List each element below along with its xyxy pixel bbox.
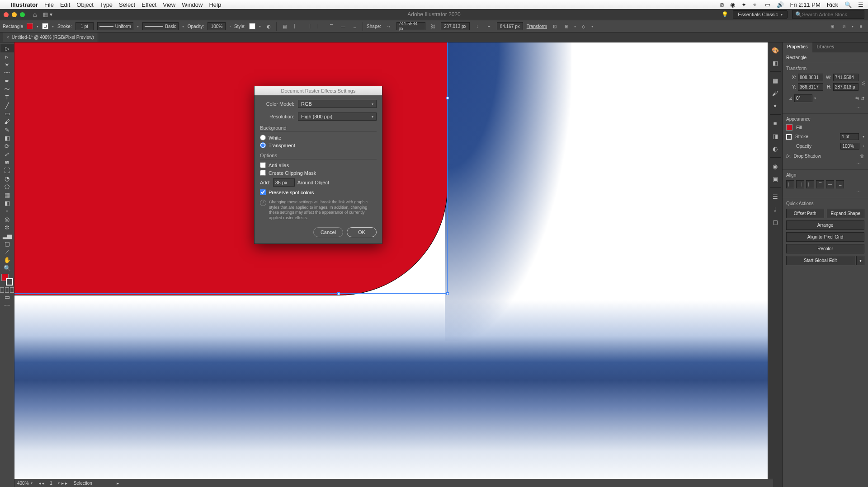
- zoom-tool[interactable]: 🔍: [0, 264, 14, 272]
- gradient-tool[interactable]: ◧: [0, 199, 14, 207]
- line-tool[interactable]: ╱: [0, 101, 14, 109]
- fill-swatch[interactable]: [27, 23, 33, 29]
- lasso-tool[interactable]: 〰: [0, 69, 14, 77]
- recolor-icon[interactable]: ◐: [264, 22, 273, 30]
- opacity-input[interactable]: 100%: [208, 22, 226, 30]
- align-bottom-icon[interactable]: ⎽: [351, 22, 359, 30]
- more-options-icon[interactable]: ⋯: [786, 104, 864, 111]
- volume-icon[interactable]: 🔊: [777, 1, 784, 8]
- fill-stroke-control[interactable]: [1, 274, 13, 286]
- symbols-icon[interactable]: ✦: [770, 101, 781, 111]
- ok-button[interactable]: OK: [347, 227, 377, 237]
- rectangle-tool[interactable]: ▭: [0, 109, 14, 117]
- graph-tool[interactable]: ▂▅: [0, 231, 14, 239]
- brushes-icon[interactable]: 🖌: [770, 88, 781, 98]
- appearance-icon[interactable]: ◉: [770, 161, 781, 171]
- transform-link[interactable]: Transform: [527, 24, 547, 29]
- corner-input[interactable]: 84.167 px: [497, 22, 523, 30]
- align-mid-icon[interactable]: —: [339, 22, 347, 30]
- menu-help[interactable]: Help: [209, 1, 221, 8]
- home-icon[interactable]: ⌂: [33, 11, 37, 18]
- align-vcenter-button[interactable]: —: [826, 180, 834, 188]
- menu-file[interactable]: File: [44, 1, 54, 8]
- select-similar-icon[interactable]: ◇: [580, 22, 588, 30]
- link-wh-icon[interactable]: ⛓: [429, 22, 437, 30]
- blend-tool[interactable]: ◎: [0, 215, 14, 223]
- flip-h-icon[interactable]: ⇋: [855, 96, 859, 101]
- tab-libraries[interactable]: Libraries: [812, 42, 839, 52]
- search-icon[interactable]: 🔍: [844, 1, 852, 8]
- canvas[interactable]: [14, 42, 768, 487]
- menu-edit[interactable]: Edit: [60, 1, 70, 8]
- arrange-docs-icon[interactable]: ▦ ▾: [43, 11, 52, 18]
- document-tab[interactable]: × Untitled-1* @ 400% (RGB/Pixel Preview): [3, 33, 98, 42]
- stroke-profile[interactable]: Uniform: [97, 22, 133, 30]
- color-model-select[interactable]: RGB▾: [298, 100, 377, 108]
- clip-mask-checkbox[interactable]: Create Clipping Mask: [260, 170, 377, 176]
- scale-tool[interactable]: ⤢: [0, 150, 14, 158]
- display-icon[interactable]: ▭: [765, 1, 770, 8]
- global-edit-options[interactable]: ▾: [856, 256, 864, 265]
- h-input[interactable]: [833, 83, 859, 91]
- clock[interactable]: Fri 2:11 PM: [790, 1, 821, 8]
- align-right-icon[interactable]: ⎸: [316, 22, 324, 30]
- align-right-button[interactable]: ⎸: [806, 180, 814, 188]
- color-panel-icon[interactable]: 🎨: [770, 45, 781, 55]
- minimize-icon[interactable]: [12, 12, 17, 17]
- x-input[interactable]: [798, 74, 823, 81]
- align-top-button[interactable]: ⎺: [816, 180, 824, 188]
- height-input[interactable]: 287.013 px: [441, 22, 470, 30]
- control-center-icon[interactable]: ☰: [858, 1, 863, 8]
- eyedropper-tool[interactable]: ⁃: [0, 207, 14, 215]
- menubar-icon[interactable]: ◉: [730, 1, 735, 8]
- window-controls[interactable]: [4, 12, 25, 17]
- align-icon[interactable]: ▤: [280, 22, 288, 30]
- recolor-button[interactable]: Recolor: [786, 244, 864, 253]
- menu-view[interactable]: View: [163, 1, 175, 8]
- type-tool[interactable]: T: [0, 93, 14, 101]
- transparency-icon[interactable]: ◐: [770, 144, 781, 154]
- more-options-icon[interactable]: ⋯: [786, 160, 864, 167]
- workspace-switcher[interactable]: Essentials Classic ▾: [733, 10, 788, 19]
- align-left-icon[interactable]: ⎸: [292, 22, 300, 30]
- bg-transparent-radio[interactable]: Transparent: [260, 142, 377, 148]
- close-icon[interactable]: [4, 12, 9, 17]
- bg-white-radio[interactable]: White: [260, 135, 377, 140]
- stroke-weight-input[interactable]: [840, 133, 859, 140]
- artboards-icon[interactable]: ▢: [770, 217, 781, 227]
- preserve-spot-checkbox[interactable]: Preserve spot colors: [260, 189, 377, 195]
- free-transform-tool[interactable]: ⛶: [0, 166, 14, 174]
- edit-toolbar[interactable]: ⋯: [0, 301, 14, 309]
- anti-alias-checkbox[interactable]: Anti-alias: [260, 162, 377, 168]
- close-tab-icon[interactable]: ×: [6, 35, 9, 40]
- asset-export-icon[interactable]: ⤓: [770, 204, 781, 214]
- rectangle-object[interactable]: [14, 42, 448, 295]
- panel-menu-icon[interactable]: ≡: [857, 22, 865, 30]
- user-name[interactable]: Rick: [827, 1, 838, 8]
- stroke-swatch[interactable]: [42, 23, 48, 29]
- menu-type[interactable]: Type: [100, 1, 113, 8]
- curvature-tool[interactable]: 〜: [0, 85, 14, 93]
- align-center-icon[interactable]: ⎹: [304, 22, 312, 30]
- w-input[interactable]: [833, 74, 859, 81]
- width-input[interactable]: 741.5584 px: [396, 22, 425, 30]
- swatches-icon[interactable]: ▦: [770, 75, 781, 85]
- reference-point[interactable]: [786, 79, 787, 88]
- perspective-tool[interactable]: ⬠: [0, 183, 14, 191]
- arrange-button[interactable]: Arrange: [786, 220, 864, 230]
- global-edit-button[interactable]: Start Global Edit: [786, 256, 854, 265]
- direct-selection-tool[interactable]: ▹: [0, 52, 14, 61]
- selection-tool[interactable]: ▷: [0, 44, 14, 52]
- width-tool[interactable]: ≋: [0, 158, 14, 166]
- search-input[interactable]: [802, 12, 861, 17]
- align-top-icon[interactable]: ⎺: [327, 22, 335, 30]
- graphic-styles-icon[interactable]: ▣: [770, 174, 781, 184]
- tab-properties[interactable]: Properties: [783, 42, 812, 52]
- offset-path-button[interactable]: Offset Path: [786, 209, 824, 218]
- fill-swatch[interactable]: [786, 124, 793, 131]
- menu-effect[interactable]: Effect: [142, 1, 156, 8]
- menubar-icon[interactable]: ⎚: [720, 1, 724, 8]
- symbol-sprayer-tool[interactable]: ✲: [0, 223, 14, 231]
- delete-effect-icon[interactable]: 🗑: [860, 154, 864, 159]
- menu-object[interactable]: Object: [76, 1, 94, 8]
